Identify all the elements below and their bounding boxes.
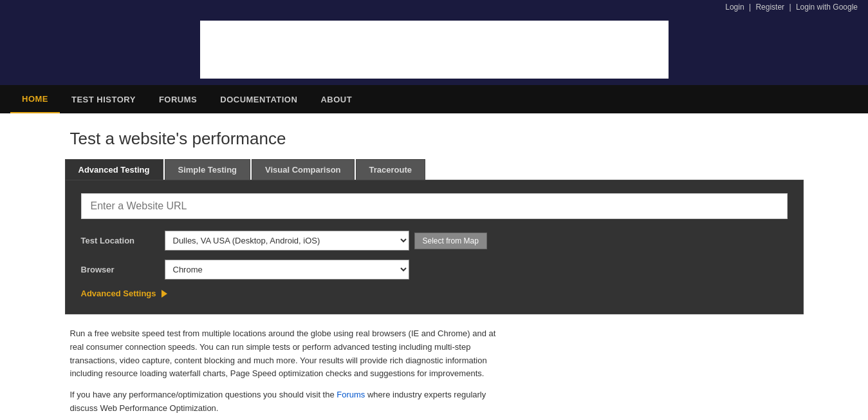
- register-link[interactable]: Register: [755, 3, 784, 12]
- advanced-settings-row: Advanced Settings: [81, 289, 788, 298]
- description-para2-prefix: If you have any performance/optimization…: [70, 390, 337, 399]
- browser-select[interactable]: Chrome Firefox Internet Explorer Edge: [165, 260, 409, 280]
- browser-label: Browser: [81, 265, 165, 274]
- description-para1: Run a free website speed test from multi…: [70, 327, 510, 381]
- banner-area: [0, 14, 868, 85]
- nav-about[interactable]: ABOUT: [309, 85, 364, 113]
- location-row: Test Location Dulles, VA USA (Desktop, A…: [81, 231, 788, 251]
- page-title: Test a website's performance: [65, 129, 804, 149]
- tab-advanced-testing[interactable]: Advanced Testing: [65, 159, 163, 180]
- advanced-settings-link[interactable]: Advanced Settings: [81, 289, 788, 298]
- login-link[interactable]: Login: [725, 3, 744, 12]
- banner-placeholder: [200, 21, 669, 79]
- forums-link[interactable]: Forums: [337, 390, 365, 399]
- tab-visual-comparison[interactable]: Visual Comparison: [252, 159, 355, 180]
- advanced-settings-arrow-icon: [162, 290, 167, 298]
- nav-test-history[interactable]: TEST HISTORY: [60, 85, 147, 113]
- main-content: Test a website's performance Advanced Te…: [55, 113, 814, 420]
- tab-bar: Advanced Testing Simple Testing Visual C…: [65, 159, 804, 180]
- advanced-settings-label: Advanced Settings: [81, 289, 156, 298]
- description-para2: If you have any performance/optimization…: [70, 388, 510, 415]
- tab-simple-testing[interactable]: Simple Testing: [165, 159, 251, 180]
- page-wrapper: Test a website's performance Advanced Te…: [0, 113, 868, 420]
- browser-controls: Chrome Firefox Internet Explorer Edge: [165, 260, 788, 280]
- tab-traceroute[interactable]: Traceroute: [356, 159, 425, 180]
- separator1: |: [749, 3, 751, 12]
- location-label: Test Location: [81, 236, 165, 245]
- select-from-map-button[interactable]: Select from Map: [414, 233, 487, 249]
- location-select[interactable]: Dulles, VA USA (Desktop, Android, iOS) L…: [165, 231, 409, 251]
- nav-forums[interactable]: FORUMS: [147, 85, 208, 113]
- url-input[interactable]: [81, 193, 788, 219]
- separator2: |: [789, 3, 791, 12]
- nav-documentation[interactable]: DOCUMENTATION: [208, 85, 309, 113]
- location-controls: Dulles, VA USA (Desktop, Android, iOS) L…: [165, 231, 788, 251]
- test-panel: Test Location Dulles, VA USA (Desktop, A…: [65, 180, 804, 314]
- login-google-link[interactable]: Login with Google: [796, 3, 858, 12]
- browser-row: Browser Chrome Firefox Internet Explorer…: [81, 260, 788, 280]
- auth-bar: Login | Register | Login with Google: [0, 0, 868, 14]
- description-area: Run a free website speed test from multi…: [65, 314, 515, 420]
- nav-home[interactable]: HOME: [10, 85, 60, 113]
- main-nav: HOME TEST HISTORY FORUMS DOCUMENTATION A…: [0, 85, 868, 113]
